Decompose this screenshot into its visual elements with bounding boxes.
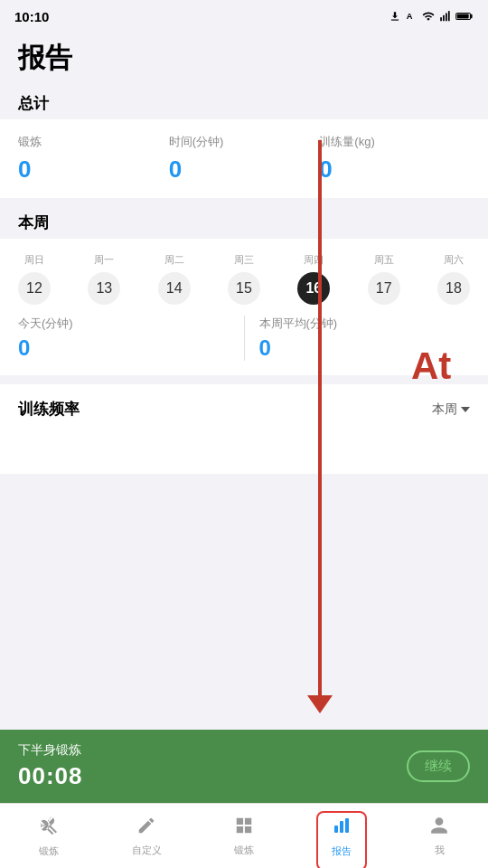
pencil-icon xyxy=(136,816,156,841)
frequency-title: 训练频率 xyxy=(18,399,80,420)
day-tuesday: 周二 14 xyxy=(158,253,191,305)
day-num-sun: 12 xyxy=(18,272,51,305)
grid-icon xyxy=(234,816,254,841)
status-bar: 10:10 A xyxy=(0,0,488,33)
nav-item-workout[interactable]: 锻炼 xyxy=(0,815,98,858)
svg-text:A: A xyxy=(407,12,413,21)
day-wednesday: 周三 15 xyxy=(228,253,260,305)
week-stats-row: 今天(分钟) 0 本周平均(分钟) 0 xyxy=(18,316,470,361)
svg-rect-10 xyxy=(345,818,349,833)
stat-workout: 锻炼 0 xyxy=(18,134,169,184)
svg-rect-9 xyxy=(340,821,343,833)
day-name-thu: 周四 xyxy=(304,253,324,267)
avg-stat-label: 本周平均(分钟) xyxy=(259,316,471,332)
svg-rect-7 xyxy=(457,14,469,19)
a-icon: A xyxy=(405,10,418,23)
day-num-thu: 16 xyxy=(297,272,330,305)
chevron-down-icon xyxy=(461,407,470,412)
day-name-mon: 周一 xyxy=(94,253,114,267)
nav-item-exercise[interactable]: 锻炼 xyxy=(195,816,293,857)
wifi-icon xyxy=(421,10,436,23)
stat-workout-value: 0 xyxy=(18,156,169,184)
day-name-sun: 周日 xyxy=(24,253,44,267)
total-stats-row: 锻炼 0 时间(分钟) 0 训练量(kg) 0 xyxy=(18,134,470,184)
avg-stat-value: 0 xyxy=(259,335,471,361)
continue-button[interactable]: 继续 xyxy=(407,750,470,782)
svg-rect-2 xyxy=(443,15,445,21)
download-icon xyxy=(389,10,401,23)
day-name-fri: 周五 xyxy=(374,253,394,267)
day-friday: 周五 17 xyxy=(368,253,400,305)
day-saturday: 周六 18 xyxy=(437,253,470,305)
frequency-header: 训练频率 本周 xyxy=(18,399,470,420)
week-section-label: 本周 xyxy=(0,207,488,239)
nav-item-custom[interactable]: 自定义 xyxy=(98,816,195,857)
person-icon xyxy=(429,816,449,841)
stat-time-label: 时间(分钟) xyxy=(169,134,320,150)
signal-icon xyxy=(439,10,452,23)
day-monday: 周一 13 xyxy=(88,253,120,305)
nav-label-exercise: 锻炼 xyxy=(234,844,254,857)
svg-rect-4 xyxy=(448,11,450,21)
stat-volume: 训练量(kg) 0 xyxy=(319,134,470,184)
frequency-filter-label: 本周 xyxy=(432,401,457,418)
day-num-mon: 13 xyxy=(88,272,120,305)
today-stat-label: 今天(分钟) xyxy=(18,316,230,332)
svg-rect-1 xyxy=(440,17,442,21)
main-content: 报告 总计 锻炼 0 时间(分钟) 0 训练量(kg) 0 本周 周日 12 xyxy=(0,33,488,803)
stat-time-value: 0 xyxy=(169,156,320,184)
chart-icon xyxy=(331,815,352,842)
day-num-fri: 17 xyxy=(368,272,400,305)
day-thursday: 周四 16 xyxy=(297,253,330,305)
day-num-sat: 18 xyxy=(437,272,470,305)
frequency-filter[interactable]: 本周 xyxy=(432,401,470,418)
workout-banner: 下半身锻炼 00:08 继续 xyxy=(0,730,488,803)
page-title: 报告 xyxy=(18,40,470,77)
status-icons: A xyxy=(389,10,474,23)
day-name-tue: 周二 xyxy=(164,253,184,267)
day-num-wed: 15 xyxy=(228,272,260,305)
page-title-section: 报告 xyxy=(0,33,488,88)
stat-time: 时间(分钟) 0 xyxy=(169,134,320,184)
workout-info: 下半身锻炼 00:08 xyxy=(18,742,83,790)
battery-icon xyxy=(455,11,474,22)
day-name-sat: 周六 xyxy=(444,253,464,267)
svg-rect-3 xyxy=(446,14,447,22)
nav-label-me: 我 xyxy=(435,844,445,857)
stat-volume-value: 0 xyxy=(319,156,470,184)
wrench-icon xyxy=(38,815,60,842)
total-card: 锻炼 0 时间(分钟) 0 训练量(kg) 0 xyxy=(0,119,488,198)
week-days-row: 周日 12 周一 13 周二 14 周三 15 周四 16 周五 17 xyxy=(18,253,470,305)
nav-label-workout: 锻炼 xyxy=(39,844,59,858)
stat-workout-label: 锻炼 xyxy=(18,134,169,150)
workout-name: 下半身锻炼 xyxy=(18,742,83,759)
today-stat-value: 0 xyxy=(18,335,230,361)
workout-time: 00:08 xyxy=(18,762,83,790)
day-num-tue: 14 xyxy=(158,272,191,305)
total-section-label: 总计 xyxy=(0,88,488,119)
svg-rect-6 xyxy=(470,14,472,18)
nav-item-me[interactable]: 我 xyxy=(390,816,488,857)
svg-rect-8 xyxy=(334,826,338,833)
day-name-wed: 周三 xyxy=(234,253,254,267)
status-time: 10:10 xyxy=(14,9,49,24)
nav-item-report[interactable]: 报告 xyxy=(293,815,390,858)
stat-volume-label: 训练量(kg) xyxy=(319,134,470,150)
week-section: 周日 12 周一 13 周二 14 周三 15 周四 16 周五 17 xyxy=(0,239,488,375)
day-sunday: 周日 12 xyxy=(18,253,51,305)
bottom-nav: 锻炼 自定义 锻炼 报告 我 xyxy=(0,803,488,868)
nav-label-custom: 自定义 xyxy=(132,844,162,857)
avg-stat: 本周平均(分钟) 0 xyxy=(244,316,471,361)
frequency-section: 训练频率 本周 xyxy=(0,384,488,474)
nav-label-report: 报告 xyxy=(332,844,352,858)
today-stat: 今天(分钟) 0 xyxy=(18,316,244,361)
